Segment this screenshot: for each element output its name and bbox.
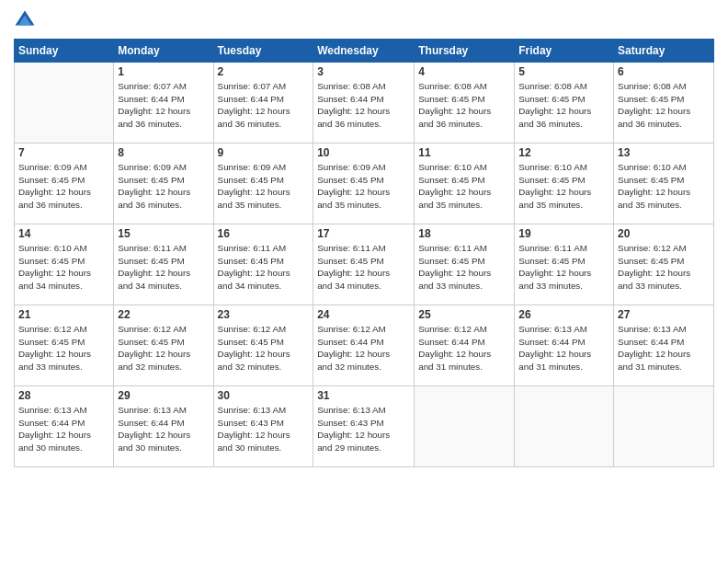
day-number: 7 bbox=[18, 146, 109, 159]
day-number: 21 bbox=[18, 308, 109, 321]
day-number: 3 bbox=[317, 65, 410, 78]
day-number: 31 bbox=[317, 389, 410, 402]
calendar-cell: 9Sunrise: 6:09 AM Sunset: 6:45 PM Daylig… bbox=[213, 144, 313, 224]
calendar-cell: 18Sunrise: 6:11 AM Sunset: 6:45 PM Dayli… bbox=[415, 224, 515, 305]
day-number: 16 bbox=[218, 227, 310, 240]
calendar-cell: 19Sunrise: 6:11 AM Sunset: 6:45 PM Dayli… bbox=[515, 224, 614, 305]
day-number: 10 bbox=[317, 146, 410, 159]
calendar-cell: 30Sunrise: 6:13 AM Sunset: 6:43 PM Dayli… bbox=[213, 386, 313, 467]
day-info: Sunrise: 6:10 AM Sunset: 6:45 PM Dayligh… bbox=[618, 161, 710, 212]
calendar-cell: 17Sunrise: 6:11 AM Sunset: 6:45 PM Dayli… bbox=[313, 224, 415, 305]
day-number: 17 bbox=[317, 227, 410, 240]
logo bbox=[14, 9, 40, 31]
day-info: Sunrise: 6:07 AM Sunset: 6:44 PM Dayligh… bbox=[218, 80, 310, 131]
calendar-cell: 29Sunrise: 6:13 AM Sunset: 6:44 PM Dayli… bbox=[114, 386, 213, 467]
calendar-cell: 27Sunrise: 6:13 AM Sunset: 6:44 PM Dayli… bbox=[614, 305, 714, 386]
day-number: 9 bbox=[218, 146, 310, 159]
calendar-week-row: 7Sunrise: 6:09 AM Sunset: 6:45 PM Daylig… bbox=[15, 144, 714, 224]
day-number: 2 bbox=[218, 65, 310, 78]
calendar-week-row: 21Sunrise: 6:12 AM Sunset: 6:45 PM Dayli… bbox=[15, 305, 714, 386]
day-number: 8 bbox=[118, 146, 209, 159]
day-info: Sunrise: 6:09 AM Sunset: 6:45 PM Dayligh… bbox=[18, 161, 109, 212]
calendar-cell: 6Sunrise: 6:08 AM Sunset: 6:45 PM Daylig… bbox=[614, 63, 714, 144]
calendar-cell: 24Sunrise: 6:12 AM Sunset: 6:44 PM Dayli… bbox=[313, 305, 415, 386]
calendar-cell: 16Sunrise: 6:11 AM Sunset: 6:45 PM Dayli… bbox=[213, 224, 313, 305]
day-number: 29 bbox=[118, 389, 209, 402]
day-info: Sunrise: 6:13 AM Sunset: 6:44 PM Dayligh… bbox=[518, 323, 609, 373]
calendar-cell bbox=[515, 386, 614, 467]
day-number: 25 bbox=[418, 308, 510, 321]
day-number: 30 bbox=[218, 389, 310, 402]
day-info: Sunrise: 6:09 AM Sunset: 6:45 PM Dayligh… bbox=[218, 161, 310, 212]
calendar-cell: 21Sunrise: 6:12 AM Sunset: 6:45 PM Dayli… bbox=[15, 305, 114, 386]
weekday-header-wednesday: Wednesday bbox=[313, 40, 415, 63]
weekday-header-saturday: Saturday bbox=[614, 40, 714, 63]
calendar-body: 1Sunrise: 6:07 AM Sunset: 6:44 PM Daylig… bbox=[15, 63, 714, 467]
calendar-cell: 7Sunrise: 6:09 AM Sunset: 6:45 PM Daylig… bbox=[15, 144, 114, 224]
day-number: 15 bbox=[118, 227, 209, 240]
day-number: 22 bbox=[118, 308, 209, 321]
calendar-cell: 8Sunrise: 6:09 AM Sunset: 6:45 PM Daylig… bbox=[114, 144, 213, 224]
day-info: Sunrise: 6:11 AM Sunset: 6:45 PM Dayligh… bbox=[518, 242, 609, 293]
calendar-cell: 5Sunrise: 6:08 AM Sunset: 6:45 PM Daylig… bbox=[515, 63, 614, 144]
day-info: Sunrise: 6:13 AM Sunset: 6:43 PM Dayligh… bbox=[218, 404, 310, 454]
calendar-cell: 20Sunrise: 6:12 AM Sunset: 6:45 PM Dayli… bbox=[614, 224, 714, 305]
weekday-header-friday: Friday bbox=[515, 40, 614, 63]
day-info: Sunrise: 6:12 AM Sunset: 6:45 PM Dayligh… bbox=[18, 323, 109, 373]
logo-icon bbox=[14, 9, 36, 31]
day-info: Sunrise: 6:13 AM Sunset: 6:44 PM Dayligh… bbox=[18, 404, 109, 454]
day-number: 1 bbox=[118, 65, 209, 78]
day-number: 6 bbox=[618, 65, 710, 78]
calendar-cell: 4Sunrise: 6:08 AM Sunset: 6:45 PM Daylig… bbox=[415, 63, 515, 144]
day-number: 4 bbox=[418, 65, 510, 78]
day-info: Sunrise: 6:13 AM Sunset: 6:44 PM Dayligh… bbox=[118, 404, 209, 454]
calendar-cell: 25Sunrise: 6:12 AM Sunset: 6:44 PM Dayli… bbox=[415, 305, 515, 386]
calendar-cell: 28Sunrise: 6:13 AM Sunset: 6:44 PM Dayli… bbox=[15, 386, 114, 467]
day-number: 14 bbox=[18, 227, 109, 240]
day-info: Sunrise: 6:10 AM Sunset: 6:45 PM Dayligh… bbox=[518, 161, 609, 212]
day-number: 20 bbox=[618, 227, 710, 240]
day-info: Sunrise: 6:08 AM Sunset: 6:44 PM Dayligh… bbox=[317, 80, 410, 131]
day-info: Sunrise: 6:10 AM Sunset: 6:45 PM Dayligh… bbox=[18, 242, 109, 293]
day-info: Sunrise: 6:12 AM Sunset: 6:44 PM Dayligh… bbox=[418, 323, 510, 373]
day-info: Sunrise: 6:12 AM Sunset: 6:45 PM Dayligh… bbox=[618, 242, 710, 293]
day-number: 24 bbox=[317, 308, 410, 321]
day-number: 12 bbox=[518, 146, 609, 159]
weekday-row: SundayMondayTuesdayWednesdayThursdayFrid… bbox=[15, 40, 714, 63]
weekday-header-sunday: Sunday bbox=[15, 40, 114, 63]
calendar-cell: 26Sunrise: 6:13 AM Sunset: 6:44 PM Dayli… bbox=[515, 305, 614, 386]
day-info: Sunrise: 6:08 AM Sunset: 6:45 PM Dayligh… bbox=[618, 80, 710, 131]
calendar-cell: 23Sunrise: 6:12 AM Sunset: 6:45 PM Dayli… bbox=[213, 305, 313, 386]
day-info: Sunrise: 6:11 AM Sunset: 6:45 PM Dayligh… bbox=[118, 242, 209, 293]
calendar-week-row: 28Sunrise: 6:13 AM Sunset: 6:44 PM Dayli… bbox=[15, 386, 714, 467]
day-info: Sunrise: 6:12 AM Sunset: 6:45 PM Dayligh… bbox=[218, 323, 310, 373]
calendar-cell bbox=[614, 386, 714, 467]
day-info: Sunrise: 6:09 AM Sunset: 6:45 PM Dayligh… bbox=[317, 161, 410, 212]
day-number: 26 bbox=[518, 308, 609, 321]
weekday-header-thursday: Thursday bbox=[415, 40, 515, 63]
day-number: 11 bbox=[418, 146, 510, 159]
calendar-week-row: 1Sunrise: 6:07 AM Sunset: 6:44 PM Daylig… bbox=[15, 63, 714, 144]
calendar-cell: 3Sunrise: 6:08 AM Sunset: 6:44 PM Daylig… bbox=[313, 63, 415, 144]
calendar-cell: 22Sunrise: 6:12 AM Sunset: 6:45 PM Dayli… bbox=[114, 305, 213, 386]
calendar-header: SundayMondayTuesdayWednesdayThursdayFrid… bbox=[15, 40, 714, 63]
day-number: 13 bbox=[618, 146, 710, 159]
calendar-cell bbox=[415, 386, 515, 467]
calendar-table: SundayMondayTuesdayWednesdayThursdayFrid… bbox=[14, 39, 714, 467]
day-number: 5 bbox=[518, 65, 609, 78]
day-number: 23 bbox=[218, 308, 310, 321]
day-number: 19 bbox=[518, 227, 609, 240]
day-info: Sunrise: 6:13 AM Sunset: 6:43 PM Dayligh… bbox=[317, 404, 410, 454]
calendar-cell: 2Sunrise: 6:07 AM Sunset: 6:44 PM Daylig… bbox=[213, 63, 313, 144]
calendar-cell: 12Sunrise: 6:10 AM Sunset: 6:45 PM Dayli… bbox=[515, 144, 614, 224]
day-info: Sunrise: 6:11 AM Sunset: 6:45 PM Dayligh… bbox=[418, 242, 510, 293]
day-info: Sunrise: 6:12 AM Sunset: 6:45 PM Dayligh… bbox=[118, 323, 209, 373]
calendar-cell: 1Sunrise: 6:07 AM Sunset: 6:44 PM Daylig… bbox=[114, 63, 213, 144]
day-info: Sunrise: 6:09 AM Sunset: 6:45 PM Dayligh… bbox=[118, 161, 209, 212]
calendar-week-row: 14Sunrise: 6:10 AM Sunset: 6:45 PM Dayli… bbox=[15, 224, 714, 305]
weekday-header-monday: Monday bbox=[114, 40, 213, 63]
calendar-cell: 10Sunrise: 6:09 AM Sunset: 6:45 PM Dayli… bbox=[313, 144, 415, 224]
day-info: Sunrise: 6:12 AM Sunset: 6:44 PM Dayligh… bbox=[317, 323, 410, 373]
day-info: Sunrise: 6:08 AM Sunset: 6:45 PM Dayligh… bbox=[518, 80, 609, 131]
day-info: Sunrise: 6:11 AM Sunset: 6:45 PM Dayligh… bbox=[218, 242, 310, 293]
